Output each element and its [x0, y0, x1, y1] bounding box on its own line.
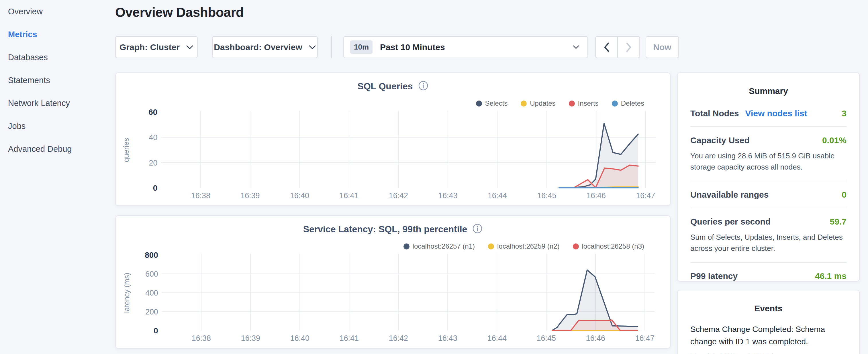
- chart-canvas: 16:3816:3916:4016:4116:4216:4316:4416:45…: [116, 107, 670, 205]
- previous-time-button[interactable]: [596, 37, 617, 58]
- summary-row-value: 0: [842, 190, 846, 200]
- chart-title-row: Service Latency: SQL, 99th percentile: [116, 223, 670, 235]
- chart-plot[interactable]: 16:3816:3916:4016:4116:4216:4316:4416:45…: [116, 107, 670, 205]
- legend-item: Selects: [476, 99, 508, 107]
- summary-row-value: 59.7: [830, 217, 846, 227]
- svg-text:16:42: 16:42: [389, 334, 408, 343]
- summary-row-main: P99 latency46.1 ms: [690, 271, 846, 281]
- controls-bar: Graph: Cluster Dashboard: Overview 10m P…: [115, 36, 679, 58]
- svg-text:16:44: 16:44: [488, 191, 507, 200]
- chart-title-row: SQL Queries: [116, 81, 670, 92]
- legend-dot-icon: [521, 100, 527, 106]
- summary-row-label: Queries per second: [690, 217, 771, 227]
- legend-item: Inserts: [569, 99, 599, 107]
- svg-text:16:46: 16:46: [587, 191, 606, 200]
- svg-text:600: 600: [145, 270, 158, 279]
- chevron-down-icon: [186, 45, 193, 50]
- dashboard-dropdown[interactable]: Dashboard: Overview: [212, 36, 318, 58]
- chart-legend: localhost:26257 (n1)localhost:26259 (n2)…: [403, 242, 644, 250]
- svg-text:16:46: 16:46: [586, 334, 605, 343]
- info-icon[interactable]: [472, 223, 483, 235]
- sidebar-item-databases[interactable]: Databases: [0, 46, 115, 69]
- legend-label: localhost:26257 (n1): [413, 242, 475, 250]
- view-nodes-link[interactable]: View nodes list: [745, 108, 807, 118]
- svg-text:16:45: 16:45: [537, 191, 556, 200]
- sql-queries-chart-card: SQL Queries SelectsUpdatesInsertsDeletes…: [115, 72, 671, 206]
- sidebar: OverviewMetricsDatabasesStatementsNetwor…: [0, 0, 115, 354]
- svg-text:16:43: 16:43: [438, 191, 457, 200]
- sidebar-item-jobs[interactable]: Jobs: [0, 115, 115, 137]
- legend-label: localhost:26259 (n2): [497, 242, 559, 250]
- legend-label: Updates: [530, 99, 555, 107]
- legend-label: Deletes: [621, 99, 644, 107]
- summary-row-description: You are using 28.6 MiB of 515.9 GiB usab…: [690, 150, 846, 173]
- time-range-label: Past 10 Minutes: [380, 42, 445, 52]
- next-time-button[interactable]: [617, 37, 639, 58]
- svg-text:800: 800: [145, 251, 158, 259]
- svg-text:latency (ms): latency (ms): [123, 273, 131, 313]
- svg-text:20: 20: [149, 159, 157, 167]
- time-range-dropdown[interactable]: 10m Past 10 Minutes: [343, 36, 588, 58]
- chart-legend: SelectsUpdatesInsertsDeletes: [476, 99, 645, 107]
- page-title: Overview Dashboard: [115, 5, 244, 20]
- sidebar-item-metrics[interactable]: Metrics: [0, 23, 115, 46]
- sidebar-nav-list: OverviewMetricsDatabasesStatementsNetwor…: [0, 0, 115, 160]
- chevron-down-icon: [309, 45, 316, 50]
- now-button[interactable]: Now: [646, 36, 679, 58]
- summary-row-main: Total NodesView nodes list3: [690, 108, 846, 118]
- summary-row-label: Unavailable ranges: [690, 190, 769, 200]
- legend-label: localhost:26258 (n3): [582, 242, 644, 250]
- summary-row-label: Total Nodes: [690, 108, 739, 118]
- legend-item: localhost:26258 (n3): [573, 242, 644, 250]
- svg-text:0: 0: [154, 326, 158, 335]
- sidebar-item-advanced-debug[interactable]: Advanced Debug: [0, 137, 115, 160]
- series-group: [552, 270, 637, 331]
- sidebar-item-network-latency[interactable]: Network Latency: [0, 92, 115, 115]
- chart-title: SQL Queries: [358, 81, 413, 92]
- chevron-down-icon: [572, 45, 580, 50]
- legend-dot-icon: [403, 244, 409, 250]
- events-panel: Events Schema Change Completed: Schema c…: [677, 290, 860, 354]
- info-icon[interactable]: [418, 81, 428, 92]
- axis-labels: 16:3816:3916:4016:4116:4216:4316:4416:45…: [122, 108, 655, 200]
- summary-row: Total NodesView nodes list3: [690, 108, 846, 126]
- svg-text:queries: queries: [122, 138, 130, 162]
- graph-scope-dropdown[interactable]: Graph: Cluster: [115, 36, 198, 58]
- legend-dot-icon: [488, 244, 494, 250]
- summary-row-label: P99 latency: [690, 271, 738, 281]
- summary-row-value: 46.1 ms: [815, 271, 846, 281]
- summary-panel: Summary Total NodesView nodes list3Capac…: [677, 72, 860, 282]
- svg-text:16:41: 16:41: [339, 191, 359, 200]
- svg-text:40: 40: [149, 133, 157, 142]
- legend-item: localhost:26259 (n2): [488, 242, 559, 250]
- summary-row-value: 3: [842, 108, 846, 118]
- svg-text:0: 0: [153, 184, 158, 192]
- events-heading: Events: [678, 303, 859, 313]
- summary-row-value: 0.01%: [822, 135, 846, 145]
- summary-heading: Summary: [678, 86, 859, 96]
- legend-item: localhost:26257 (n1): [403, 242, 475, 250]
- svg-text:16:45: 16:45: [537, 334, 556, 343]
- legend-dot-icon: [573, 244, 579, 250]
- summary-row: Capacity Used0.01%You are using 28.6 MiB…: [690, 126, 846, 181]
- service-latency-chart-card: Service Latency: SQL, 99th percentile lo…: [115, 215, 671, 349]
- chart-canvas: 16:3816:3916:4016:4116:4216:4316:4416:45…: [116, 250, 670, 348]
- sidebar-item-overview[interactable]: Overview: [0, 0, 115, 23]
- svg-text:16:47: 16:47: [636, 191, 655, 200]
- legend-label: Inserts: [578, 99, 599, 107]
- svg-text:16:39: 16:39: [241, 191, 260, 200]
- gridlines: [161, 111, 655, 188]
- svg-text:200: 200: [145, 308, 158, 316]
- summary-row: Queries per second59.7Sum of Selects, Up…: [690, 207, 846, 262]
- time-step-buttons: [595, 36, 640, 58]
- summary-row: Unavailable ranges0: [690, 181, 846, 207]
- svg-text:16:39: 16:39: [241, 334, 260, 343]
- sidebar-item-statements[interactable]: Statements: [0, 69, 115, 92]
- legend-dot-icon: [476, 100, 482, 106]
- summary-row-main: Capacity Used0.01%: [690, 135, 846, 145]
- svg-text:16:43: 16:43: [438, 334, 457, 343]
- svg-text:60: 60: [149, 108, 157, 117]
- series-group: [559, 123, 638, 188]
- chart-plot[interactable]: 16:3816:3916:4016:4116:4216:4316:4416:45…: [116, 250, 670, 348]
- summary-row-label: Capacity Used: [690, 135, 750, 145]
